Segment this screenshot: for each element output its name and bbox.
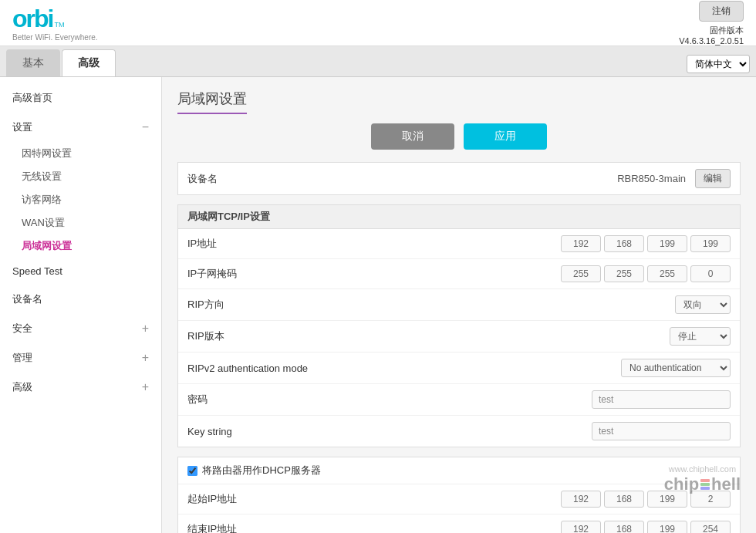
logo-text: orbi: [12, 5, 52, 33]
ip-address-inputs: [357, 235, 731, 252]
subnet-octet-2[interactable]: [604, 265, 644, 282]
start-ip-octet-4[interactable]: [690, 491, 731, 508]
apply-button[interactable]: 应用: [464, 123, 547, 150]
start-ip-octet-2[interactable]: [604, 491, 644, 508]
device-name-label: 设备名: [187, 172, 357, 186]
password-input[interactable]: [592, 390, 731, 409]
key-string-label: Key string: [187, 426, 357, 437]
start-ip-row: 起始IP地址: [178, 484, 740, 514]
ripv2-auth-select-area: No authentication MD5 Plain text: [357, 359, 731, 377]
action-bar: 取消 应用: [177, 123, 741, 150]
password-label: 密码: [187, 393, 357, 406]
header: orbi TM Better WiFi. Everywhere. 注销 固件版本…: [0, 0, 756, 46]
start-ip-label: 起始IP地址: [187, 492, 357, 506]
end-ip-octet-1[interactable]: [561, 521, 601, 533]
subnet-octet-3[interactable]: [647, 265, 687, 282]
sidebar-sub-internet[interactable]: 因特网设置: [0, 142, 161, 165]
dhcp-checkbox-label: 将路由器用作DHCP服务器: [202, 464, 321, 477]
sidebar-sub-wireless[interactable]: 无线设置: [0, 165, 161, 188]
rip-ver-select[interactable]: 停止 RIP-1 RIP-2: [670, 327, 731, 346]
lan-tcp-title: 局域网TCP/IP设置: [178, 205, 740, 229]
device-name-edit-button[interactable]: 编辑: [695, 169, 731, 188]
end-ip-octet-3[interactable]: [647, 521, 687, 533]
settings-collapse-icon: −: [142, 120, 149, 134]
sidebar-item-security[interactable]: 安全 +: [0, 314, 161, 343]
end-ip-row: 结束IP地址: [178, 514, 740, 533]
device-name-value-area: RBR850-3main 编辑: [357, 169, 731, 188]
header-right: 注销 固件版本 V4.6.3.16_2.0.51: [679, 1, 744, 46]
sidebar-sub-guest[interactable]: 访客网络: [0, 188, 161, 211]
rip-ver-select-area: 停止 RIP-1 RIP-2: [357, 327, 731, 346]
ip-octet-1[interactable]: [561, 235, 601, 252]
logo-tm: TM: [54, 21, 64, 29]
language-select[interactable]: 简体中文 English: [687, 55, 750, 73]
device-name-section: 设备名 RBR850-3main 编辑: [177, 162, 741, 195]
sidebar-sub-lan[interactable]: 局域网设置: [0, 234, 161, 258]
logout-button[interactable]: 注销: [699, 1, 744, 22]
start-ip-inputs: [357, 491, 731, 508]
end-ip-octet-2[interactable]: [604, 521, 644, 533]
ripv2-auth-select[interactable]: No authentication MD5 Plain text: [621, 359, 731, 377]
dhcp-checkbox[interactable]: [187, 466, 197, 476]
security-expand-icon: +: [142, 322, 149, 336]
rip-dir-row: RIP方向 双向 单向 无: [178, 289, 740, 321]
rip-dir-select-area: 双向 单向 无: [357, 295, 731, 314]
rip-dir-select[interactable]: 双向 单向 无: [675, 295, 731, 314]
sidebar-item-device-name[interactable]: 设备名: [0, 285, 161, 314]
sidebar-item-management[interactable]: 管理 +: [0, 343, 161, 373]
ip-octet-3[interactable]: [647, 235, 687, 252]
sidebar-item-settings[interactable]: 设置 −: [0, 113, 161, 142]
subnet-octet-1[interactable]: [561, 265, 601, 282]
logo-tagline: Better WiFi. Everywhere.: [12, 33, 98, 42]
ripv2-auth-label: RIPv2 authentication mode: [187, 363, 357, 374]
start-ip-octet-1[interactable]: [561, 491, 601, 508]
management-expand-icon: +: [142, 351, 149, 365]
password-input-area: [357, 390, 731, 409]
subnet-octet-4[interactable]: [690, 265, 731, 282]
content-area: 局域网设置 取消 应用 设备名 RBR850-3main 编辑 局域网TCP/I…: [162, 77, 756, 533]
key-string-input[interactable]: [592, 422, 731, 440]
ip-octet-2[interactable]: [604, 235, 644, 252]
advanced-expand-icon: +: [142, 380, 149, 394]
sidebar-item-advanced[interactable]: 高级 +: [0, 373, 161, 402]
main-layout: 高级首页 设置 − 因特网设置 无线设置 访客网络 WAN设置 局域网设置 Sp…: [0, 77, 756, 533]
sidebar-item-speed-test[interactable]: Speed Test: [0, 258, 161, 285]
subnet-mask-label: IP子网掩码: [187, 267, 357, 281]
lan-tcp-section: 局域网TCP/IP设置 IP地址 IP子网掩码: [177, 204, 741, 447]
key-string-row: Key string: [178, 416, 740, 447]
tab-advanced[interactable]: 高级: [62, 49, 116, 76]
tab-bar: 基本 高级 简体中文 English: [0, 46, 756, 77]
sidebar-sub-wan[interactable]: WAN设置: [0, 211, 161, 234]
firmware-info: 固件版本 V4.6.3.16_2.0.51: [679, 25, 744, 46]
ip-address-label: IP地址: [187, 237, 357, 251]
sidebar-item-advanced-home[interactable]: 高级首页: [0, 83, 161, 113]
start-ip-octet-3[interactable]: [647, 491, 687, 508]
ip-octet-4[interactable]: [690, 235, 731, 252]
ripv2-auth-row: RIPv2 authentication mode No authenticat…: [178, 353, 740, 384]
device-name-value: RBR850-3main: [617, 173, 686, 184]
page-title: 局域网设置: [177, 89, 247, 114]
rip-ver-label: RIP版本: [187, 329, 357, 343]
sidebar: 高级首页 设置 − 因特网设置 无线设置 访客网络 WAN设置 局域网设置 Sp…: [0, 77, 162, 533]
dhcp-section: 将路由器用作DHCP服务器 起始IP地址 结束IP地址: [177, 457, 741, 533]
rip-dir-label: RIP方向: [187, 298, 357, 312]
cancel-button[interactable]: 取消: [371, 123, 454, 150]
end-ip-octet-4[interactable]: [690, 521, 731, 533]
dhcp-checkbox-row: 将路由器用作DHCP服务器: [178, 457, 740, 484]
subnet-mask-row: IP子网掩码: [178, 259, 740, 289]
end-ip-label: 结束IP地址: [187, 522, 357, 533]
device-name-row: 设备名 RBR850-3main 编辑: [178, 163, 740, 194]
ip-address-row: IP地址: [178, 229, 740, 259]
subnet-mask-inputs: [357, 265, 731, 282]
logo-area: orbi TM Better WiFi. Everywhere.: [12, 5, 98, 42]
rip-ver-row: RIP版本 停止 RIP-1 RIP-2: [178, 321, 740, 353]
tab-basic[interactable]: 基本: [6, 49, 60, 76]
password-row: 密码: [178, 384, 740, 416]
key-string-input-area: [357, 422, 731, 440]
end-ip-inputs: [357, 521, 731, 533]
